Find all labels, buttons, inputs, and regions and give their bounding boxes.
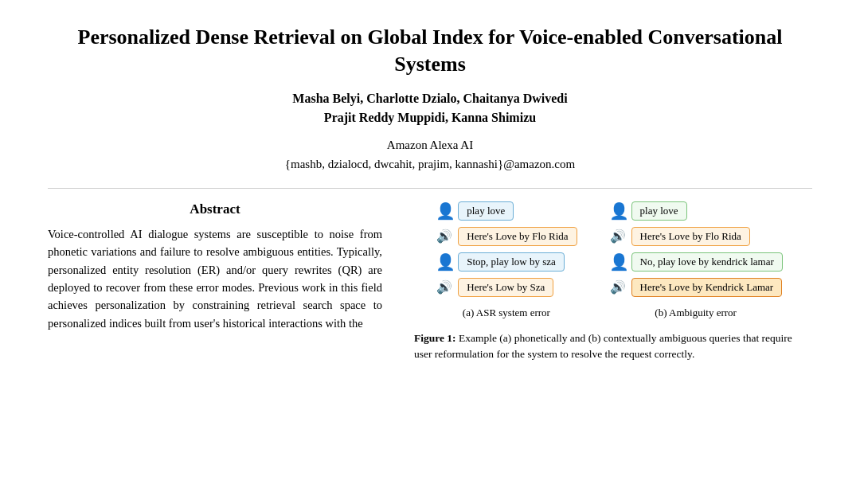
abstract-text: Voice-controlled AI dialogue systems are…	[48, 225, 382, 333]
figure-caption-text: Example (a) phonetically and (b) context…	[414, 332, 792, 360]
user-icon-b3: 👤	[609, 252, 627, 272]
authors-line2: Prajit Reddy Muppidi, Kanna Shimizu	[48, 108, 812, 127]
figure-column: 👤 play love 🔊 Here's Love by Flo Rida 👤 …	[406, 201, 812, 363]
dialog-row-b-2: 🔊 Here's Love by Flo Rida	[609, 227, 750, 246]
user-icon-a1: 👤	[436, 201, 453, 221]
abstract-title: Abstract	[48, 201, 382, 217]
main-title: Personalized Dense Retrieval on Global I…	[48, 24, 812, 78]
speaker-icon-a4: 🔊	[436, 279, 453, 295]
diagrams-row: 👤 play love 🔊 Here's Love by Flo Rida 👤 …	[436, 201, 783, 319]
speaker-icon-b2: 🔊	[609, 229, 627, 244]
bubble-b4: Here's Love by Kendrick Lamar	[631, 278, 783, 297]
user-icon-a3: 👤	[436, 252, 453, 272]
figure-caption: Figure 1: Example (a) phonetically and (…	[414, 330, 804, 363]
diagram-a: 👤 play love 🔊 Here's Love by Flo Rida 👤 …	[436, 201, 577, 319]
bubble-a4: Here's Low by Sza	[458, 278, 553, 297]
dialog-row-a-3: 👤 Stop, play low by sza	[436, 252, 565, 272]
user-icon-b1: 👤	[609, 201, 627, 221]
dialog-row-a-2: 🔊 Here's Love by Flo Rida	[436, 227, 577, 246]
authors: Masha Belyi, Charlotte Dzialo, Chaitanya…	[48, 89, 812, 127]
figure-caption-bold: Figure 1:	[414, 332, 456, 344]
diagram-b: 👤 play love 🔊 Here's Love by Flo Rida 👤 …	[609, 201, 783, 319]
bubble-a1: play love	[458, 201, 514, 221]
authors-line1: Masha Belyi, Charlotte Dzialo, Chaitanya…	[48, 89, 812, 108]
bubble-b3: No, play love by kendrick lamar	[631, 252, 783, 272]
speaker-icon-a2: 🔊	[436, 229, 453, 244]
dialog-row-b-3: 👤 No, play love by kendrick lamar	[609, 252, 783, 272]
bubble-a3: Stop, play low by sza	[458, 252, 565, 272]
page: Personalized Dense Retrieval on Global I…	[0, 0, 860, 378]
dialog-row-b-1: 👤 play love	[609, 201, 687, 221]
title-section: Personalized Dense Retrieval on Global I…	[48, 24, 812, 174]
divider	[48, 188, 812, 189]
diagram-b-label: (b) Ambiguity error	[609, 307, 783, 319]
bubble-a2: Here's Love by Flo Rida	[458, 227, 577, 246]
figure-container: 👤 play love 🔊 Here's Love by Flo Rida 👤 …	[406, 201, 812, 363]
bubble-b1: play love	[631, 201, 687, 221]
dialog-row-a-4: 🔊 Here's Low by Sza	[436, 278, 553, 297]
affiliation: Amazon Alexa AI {mashb, dzialocd, dwcahi…	[48, 135, 812, 174]
diagram-a-label: (a) ASR system error	[436, 307, 577, 319]
content-row: Abstract Voice-controlled AI dialogue sy…	[48, 201, 812, 363]
bubble-b2: Here's Love by Flo Rida	[631, 227, 750, 246]
dialog-row-a-1: 👤 play love	[436, 201, 514, 221]
dialog-row-b-4: 🔊 Here's Love by Kendrick Lamar	[609, 278, 783, 297]
speaker-icon-b4: 🔊	[609, 279, 627, 295]
abstract-column: Abstract Voice-controlled AI dialogue sy…	[48, 201, 382, 333]
